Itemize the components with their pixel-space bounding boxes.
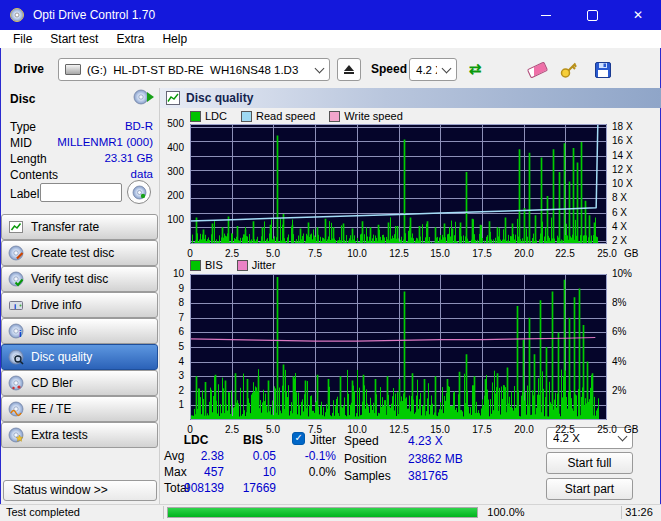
sidebar-item-disc-info[interactable]: i Disc info <box>1 318 158 344</box>
jitter-avg-value: -0.1% <box>296 449 336 463</box>
menu-help[interactable]: Help <box>153 30 196 48</box>
drive-icon <box>65 64 81 75</box>
license-key-button[interactable] <box>556 57 582 82</box>
drive-select-value: (G:) HL-DT-ST BD-RE WH16NS48 1.D3 <box>87 64 310 76</box>
axis-tick-label: 8% <box>612 297 642 308</box>
disc-quality-icon <box>8 349 24 365</box>
samples-row-label: Samples <box>344 469 391 483</box>
axis-tick-label: 400 <box>154 142 184 153</box>
eject-button[interactable] <box>337 58 361 81</box>
eraser-icon <box>526 61 547 78</box>
disc-label-button[interactable] <box>127 180 151 204</box>
legend-label: BIS <box>205 259 223 271</box>
axis-tick-label: 7 <box>154 312 184 323</box>
menu-extra[interactable]: Extra <box>107 30 153 48</box>
transfer-rate-icon <box>8 219 24 235</box>
disc-label-input[interactable] <box>40 183 122 202</box>
axis-tick-label: 4 X <box>612 221 642 232</box>
progress-bar <box>167 507 478 518</box>
bis-jitter-chart <box>190 274 607 420</box>
sidebar-item-extra-tests[interactable]: Extra tests <box>1 422 158 448</box>
status-window-button[interactable]: Status window >> <box>3 480 157 501</box>
speed-row-value: 4.23 X <box>408 434 443 448</box>
axis-tick-label: 9 <box>154 283 184 294</box>
refresh-speeds-icon: ⇄ <box>469 60 482 78</box>
sidebar-item-label: Transfer rate <box>31 220 99 234</box>
svg-text:i: i <box>14 302 16 311</box>
axis-tick-label: 6 X <box>612 207 642 218</box>
position-row-label: Position <box>344 452 387 466</box>
axis-tick-label: 3 <box>154 370 184 381</box>
max-bis-value: 10 <box>230 465 276 479</box>
fe-te-icon <box>8 401 24 417</box>
minimize-icon <box>541 15 551 16</box>
axis-tick-label: 2 <box>154 385 184 396</box>
speed-row-label: Speed <box>344 434 379 448</box>
sidebar-item-fe-te[interactable]: FE / TE <box>1 396 158 422</box>
disc-contents-value: data <box>40 168 153 180</box>
progress-percent: 100.0% <box>484 506 528 518</box>
ldc-column-header: LDC <box>168 433 224 447</box>
svg-text:i: i <box>19 329 22 339</box>
sidebar-item-drive-info[interactable]: i Drive info <box>1 292 158 318</box>
cd-bler-icon <box>8 375 24 391</box>
disc-insert-icon <box>132 88 156 109</box>
save-icon <box>594 61 612 79</box>
minimize-button[interactable] <box>523 0 569 30</box>
axis-tick-label: 18 X <box>612 121 642 132</box>
axis-tick-label: 0 <box>172 424 208 435</box>
axis-tick-label: 10.0 <box>339 424 375 435</box>
sidebar-item-verify-test-disc[interactable]: Verify test disc <box>1 266 158 292</box>
maximize-button[interactable] <box>569 0 615 30</box>
chevron-down-icon <box>315 63 325 73</box>
axis-tick-label: 20.0 <box>506 424 542 435</box>
bis-chart-legend: BIS Jitter <box>190 259 276 271</box>
axis-tick-label: 8 X <box>612 192 642 203</box>
legend-label: Write speed <box>344 110 403 122</box>
sidebar-item-disc-quality[interactable]: Disc quality <box>1 344 158 370</box>
axis-tick-label: 100 <box>154 214 184 225</box>
axis-tick-label: 16 X <box>612 135 642 146</box>
disc-label-icon <box>132 185 147 200</box>
close-icon: ✕ <box>633 8 643 22</box>
erase-disc-button[interactable] <box>524 57 550 82</box>
axis-tick-label: 10% <box>612 268 642 279</box>
axis-tick-label: 10 X <box>612 178 642 189</box>
sidebar-item-label: Disc quality <box>31 350 92 364</box>
disc-type-label: Type <box>10 120 36 134</box>
axis-tick-label: 17.5 <box>464 248 500 259</box>
axis-tick-label: 2.5 <box>214 424 250 435</box>
refresh-speeds-button[interactable]: ⇄ <box>462 56 488 82</box>
ldc-read-speed-chart <box>190 124 607 244</box>
ldc-chart-legend: LDC Read speed Write speed <box>190 110 403 122</box>
menu-file[interactable]: File <box>4 30 41 48</box>
sidebar-item-create-test-disc[interactable]: Create test disc <box>1 240 158 266</box>
sidebar-item-label: FE / TE <box>31 402 71 416</box>
page-title: Disc quality <box>186 91 253 105</box>
axis-tick-label: 10 <box>154 268 184 279</box>
start-full-button[interactable]: Start full <box>546 452 633 474</box>
axis-tick-label: 25.0 <box>589 424 625 435</box>
menu-start-test[interactable]: Start test <box>41 30 107 48</box>
speed-select[interactable]: 4.2 X <box>409 58 457 81</box>
total-bis-value: 17669 <box>230 481 276 495</box>
sidebar-item-cd-bler[interactable]: CD Bler <box>1 370 158 396</box>
save-results-button[interactable] <box>590 57 616 82</box>
axis-tick-label: 22.5 <box>547 424 583 435</box>
axis-tick-label: 500 <box>154 118 184 129</box>
legend-label: Read speed <box>256 110 315 122</box>
window-title: Opti Drive Control 1.70 <box>33 8 155 22</box>
statusbar-separator <box>163 506 164 519</box>
drive-select[interactable]: (G:) HL-DT-ST BD-RE WH16NS48 1.D3 <box>58 58 330 81</box>
disc-length-value: 23.31 GB <box>40 152 153 164</box>
menu-bar: File Start test Extra Help <box>0 30 661 48</box>
close-button[interactable]: ✕ <box>615 0 661 30</box>
start-part-button[interactable]: Start part <box>546 478 633 500</box>
sidebar-item-label: Verify test disc <box>31 272 108 286</box>
axis-tick-label: 2 X <box>612 235 642 246</box>
eject-icon <box>344 65 354 71</box>
verify-test-disc-icon <box>8 271 24 287</box>
sidebar-item-transfer-rate[interactable]: Transfer rate <box>1 214 158 240</box>
speed-select-value: 4.2 X <box>416 64 437 76</box>
write-speed-swatch <box>329 111 340 122</box>
